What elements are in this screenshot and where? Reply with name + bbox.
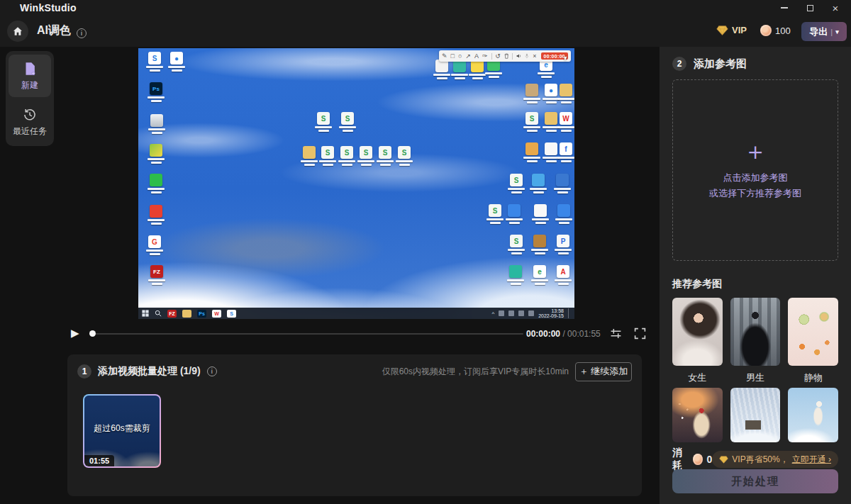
vip-promo-pill[interactable]: VIP再省50%，立即开通 ›	[712, 451, 838, 468]
sidebar-item-new[interactable]: 新建	[9, 55, 51, 97]
new-file-icon	[22, 61, 38, 77]
desktop-icon: S	[317, 146, 338, 166]
desktop-icon: Ps	[145, 82, 167, 102]
taskbar-app-filezilla: FZ	[167, 310, 177, 318]
text-tool-icon: A	[474, 52, 479, 60]
toolbar-divider	[512, 53, 513, 60]
sidebar-item-recent-tasks[interactable]: 最近任务	[9, 102, 51, 143]
desktop-icon: S	[521, 112, 543, 132]
desktop-icon: S	[337, 112, 358, 132]
pencil-icon: ✎	[442, 52, 447, 60]
taskbar-clock: 13:58 2022-09-15	[538, 308, 564, 319]
desktop-icon: ●	[166, 52, 187, 72]
recommended-title: 推荐参考图	[672, 278, 838, 291]
clip-preview: 超过60s需裁剪 01:55	[84, 396, 160, 466]
home-icon	[12, 26, 23, 37]
credits-badge[interactable]: 100	[760, 25, 791, 36]
ellipse-icon: ○	[458, 52, 462, 60]
minimize-icon	[781, 7, 788, 9]
vip-badge[interactable]: VIP	[716, 25, 747, 35]
seek-handle[interactable]	[89, 330, 96, 337]
desktop-icon: S	[506, 235, 527, 254]
clip-warning-text: 超过60s需裁剪	[84, 422, 160, 435]
video-clip-thumbnail[interactable]: 超过60s需裁剪 01:55	[83, 394, 161, 468]
speaker-icon	[516, 52, 521, 60]
minimize-button[interactable]	[772, 0, 797, 16]
play-button[interactable]: ▶	[71, 327, 79, 340]
arrow-icon: ↗	[465, 52, 471, 60]
upload-hint: 点击添加参考图 或选择下方推荐参考图	[709, 170, 801, 201]
vip-diamond-icon	[716, 26, 728, 35]
desktop-icon: S	[336, 146, 357, 166]
maximize-button[interactable]	[797, 0, 823, 16]
reference-thumb-boy[interactable]	[730, 298, 781, 366]
microphone-icon	[525, 52, 529, 60]
app-logo: WinkStudio	[20, 2, 77, 13]
export-caret-icon: ▾	[835, 28, 839, 35]
header: AI调色 i VIP 100 导出 | ▾	[0, 16, 851, 47]
page-title: AI调色	[37, 23, 71, 38]
reference-panel: 2 添加参考图 ＋ 点击添加参考图 或选择下方推荐参考图 推荐参考图 女生 男生…	[660, 47, 851, 504]
taskbar-app-photoshop: Ps	[197, 310, 206, 318]
add-more-button[interactable]: ＋ 继续添加	[575, 362, 632, 381]
batch-info-icon[interactable]: i	[207, 366, 217, 376]
close-button[interactable]: ×	[823, 0, 848, 16]
desktop-taskbar: FZ Ps W S ^ 13:58 2022-09-15	[138, 308, 574, 319]
vip-promo-text: VIP再省50%，	[732, 454, 788, 466]
reference-thumb-still-life[interactable]	[788, 298, 838, 366]
toolbar-divider	[491, 53, 492, 60]
desktop-icon	[529, 235, 550, 254]
reference-title: 添加参考图	[694, 57, 747, 71]
show-desktop-button	[568, 308, 571, 318]
undo-icon: ↺	[495, 52, 501, 60]
desktop-icon: f	[555, 142, 574, 162]
tray-icon	[499, 310, 504, 316]
batch-notice: 仅限60s内视频处理，订阅后享VIP专属时长10min	[382, 366, 569, 378]
sidebar-item-label: 新建	[21, 79, 38, 91]
desktop-icon: S	[355, 146, 377, 166]
close-recorder-icon: ×	[533, 52, 536, 60]
desktop-icon	[521, 142, 543, 162]
batch-panel: 1 添加视频批量处理 (1/9) i 仅限60s内视频处理，订阅后享VIP专属时…	[67, 354, 642, 496]
desktop-icon: S	[484, 204, 506, 224]
trim-icon[interactable]	[610, 327, 622, 340]
time-display: 00:00:00 / 00:01:55	[526, 329, 601, 339]
thumb-label: 女生	[672, 371, 723, 382]
marker-icon: ✑	[482, 52, 488, 60]
batch-title: 添加视频批量处理 (1/9)	[98, 365, 201, 378]
tray-icon	[528, 310, 534, 316]
taskbar-app-wps: W	[212, 310, 221, 318]
desktop-icon: S	[506, 174, 527, 194]
desktop-icon: FZ	[146, 265, 167, 285]
total-time: 00:01:55	[567, 329, 601, 339]
home-button[interactable]	[7, 21, 28, 42]
desktop-icon	[530, 204, 551, 224]
export-button[interactable]: 导出 | ▾	[801, 22, 847, 41]
reference-thumb-girl[interactable]	[672, 298, 723, 366]
desktop-icon	[553, 204, 574, 224]
desktop-icon: S	[394, 146, 415, 166]
reference-thumb-sunset[interactable]	[672, 388, 723, 442]
desktop-icon	[555, 84, 574, 103]
desktop-icon: S	[374, 146, 396, 166]
desktop-icon	[505, 265, 526, 285]
sidebar: 新建 最近任务	[6, 51, 54, 146]
fullscreen-icon[interactable]	[634, 327, 646, 340]
page-info-icon[interactable]: i	[77, 28, 87, 38]
desktop-icon: W	[555, 112, 574, 132]
taskbar-app-folder	[182, 310, 191, 318]
start-processing-button[interactable]: 开始处理	[672, 469, 838, 493]
reference-thumb-sky[interactable]	[788, 388, 838, 442]
current-time: 00:00:00	[526, 329, 560, 339]
desktop-icon	[528, 174, 549, 194]
maximize-icon	[807, 5, 813, 11]
add-reference-dropzone[interactable]: ＋ 点击添加参考图 或选择下方推荐参考图	[672, 79, 838, 261]
video-preview[interactable]: S●PsGFZSSSSSSSe●SWfSSSPeA ✎ □ ○ ↗ A ✑ ↺ …	[138, 48, 574, 319]
seek-track[interactable]	[92, 333, 523, 335]
cursor-icon	[564, 57, 567, 62]
cost-label: 消耗	[672, 447, 689, 472]
window-controls: ×	[772, 0, 848, 16]
reference-thumb-snow[interactable]	[730, 388, 781, 442]
export-label: 导出	[809, 26, 828, 38]
vip-promo-link: 立即开通 ›	[792, 454, 831, 466]
